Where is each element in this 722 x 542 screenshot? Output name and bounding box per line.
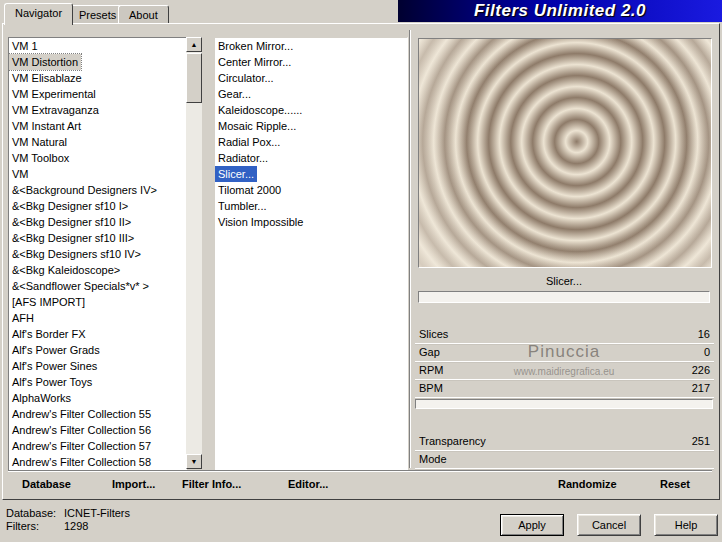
category-item[interactable]: VM Experimental — [9, 86, 99, 102]
category-item[interactable]: Alf's Border FX — [9, 326, 89, 342]
database-status-value: ICNET-Filters — [64, 507, 130, 519]
param-label: BPM — [419, 380, 443, 397]
category-item[interactable]: Andrew's Filter Collection 55 — [9, 406, 154, 422]
apply-button[interactable]: Apply — [500, 514, 564, 536]
category-item[interactable]: [AFS IMPORT] — [9, 294, 88, 310]
category-item[interactable]: VM Elisablaze — [9, 70, 85, 86]
category-item[interactable]: VM 1 — [9, 38, 41, 54]
param-value: 16 — [698, 326, 710, 343]
filters-count-label: Filters: — [6, 520, 64, 532]
preview-image[interactable] — [418, 38, 712, 268]
editor-button[interactable]: Editor... — [288, 476, 328, 492]
param-row[interactable]: BPM217 — [415, 380, 714, 398]
category-item[interactable]: &<Bkg Designer sf10 I> — [9, 198, 131, 214]
filter-item[interactable]: Circulator... — [215, 70, 277, 86]
parameter-slider[interactable] — [415, 399, 713, 409]
category-item[interactable]: AFH — [9, 310, 37, 326]
param-value: 217 — [692, 380, 710, 397]
category-item[interactable]: VM — [9, 166, 32, 182]
category-item[interactable]: &<Bkg Designer sf10 III> — [9, 230, 137, 246]
scroll-down-icon[interactable]: ▼ — [186, 454, 202, 469]
param-label: RPM — [419, 362, 443, 379]
category-item[interactable]: VM Instant Art — [9, 118, 84, 134]
database-status-label: Database: — [6, 507, 64, 519]
category-item[interactable]: Alf's Power Grads — [9, 342, 103, 358]
main-panel: VM 1VM DistortionVM ElisablazeVM Experim… — [2, 23, 720, 500]
param-label: Slices — [419, 326, 448, 343]
filter-item[interactable]: Broken Mirror... — [215, 38, 296, 54]
randomize-button[interactable]: Randomize — [558, 476, 617, 492]
param-row[interactable]: Mode — [415, 451, 714, 469]
filter-item[interactable]: Tilomat 2000 — [215, 182, 284, 198]
filters-count-value: 1298 — [64, 520, 88, 532]
filter-list[interactable]: Broken Mirror...Center Mirror...Circulat… — [214, 37, 408, 471]
category-item[interactable]: &<Sandflower Specials*v* > — [9, 278, 152, 294]
param-group-top: Slices16Gap0RPM226BPM217 — [415, 326, 714, 398]
category-item[interactable]: VM Distortion — [9, 54, 81, 70]
database-button[interactable]: Database — [22, 476, 71, 492]
filter-item[interactable]: Tumbler... — [215, 198, 270, 214]
filter-info-button[interactable]: Filter Info... — [182, 476, 241, 492]
app-title: Filters Unlimited 2.0 — [474, 1, 646, 21]
preview-progress-bar — [418, 291, 710, 303]
panel-divider — [409, 30, 411, 468]
param-label: Mode — [419, 451, 447, 468]
param-value: 251 — [692, 433, 710, 450]
category-item[interactable]: &<Background Designers IV> — [9, 182, 160, 198]
reset-button[interactable]: Reset — [660, 476, 690, 492]
scrollbar-thumb[interactable] — [186, 53, 202, 103]
filter-item[interactable]: Vision Impossible — [215, 214, 306, 230]
import-button[interactable]: Import... — [112, 476, 155, 492]
selected-filter-label: Slicer... — [418, 274, 710, 288]
filter-item[interactable]: Gear... — [215, 86, 254, 102]
category-item[interactable]: VM Extravaganza — [9, 102, 102, 118]
toolbar-separator — [8, 470, 712, 472]
category-item[interactable]: Alf's Power Toys — [9, 374, 95, 390]
filter-item[interactable]: Radiator... — [215, 150, 271, 166]
category-item[interactable]: &<Bkg Designers sf10 IV> — [9, 246, 144, 262]
scroll-up-icon[interactable]: ▲ — [186, 37, 202, 52]
category-item[interactable]: Andrew's Filter Collection 56 — [9, 422, 154, 438]
param-row[interactable]: Slices16 — [415, 326, 714, 344]
category-item[interactable]: Alf's Power Sines — [9, 358, 100, 374]
title-banner: Filters Unlimited 2.0 — [398, 0, 722, 22]
filters-unlimited-window: Navigator Presets About Filters Unlimite… — [0, 0, 722, 542]
filter-item[interactable]: Slicer... — [215, 166, 257, 182]
category-item[interactable]: &<Bkg Designer sf10 II> — [9, 214, 134, 230]
param-label: Transparency — [419, 433, 486, 450]
category-item[interactable]: AlphaWorks — [9, 390, 74, 406]
param-value: 0 — [704, 344, 710, 361]
filter-item[interactable]: Kaleidoscope...... — [215, 102, 305, 118]
filter-item[interactable]: Radial Pox... — [215, 134, 283, 150]
param-value: 226 — [692, 362, 710, 379]
category-list[interactable]: VM 1VM DistortionVM ElisablazeVM Experim… — [8, 37, 187, 471]
help-button[interactable]: Help — [654, 514, 718, 536]
param-row[interactable]: Gap0 — [415, 344, 714, 362]
filter-item[interactable]: Center Mirror... — [215, 54, 294, 70]
category-item[interactable]: VM Toolbox — [9, 150, 72, 166]
slicer-preview-render — [419, 39, 711, 267]
tab-navigator[interactable]: Navigator — [4, 3, 73, 25]
cancel-button[interactable]: Cancel — [577, 514, 641, 536]
param-label: Gap — [419, 344, 440, 361]
param-row[interactable]: Transparency251 — [415, 433, 714, 451]
filter-item[interactable]: Mosaic Ripple... — [215, 118, 299, 134]
param-group-bottom: Transparency251Mode — [415, 433, 714, 469]
tab-about[interactable]: About — [118, 5, 169, 24]
category-scrollbar[interactable]: ▲ ▼ — [186, 37, 202, 469]
category-item[interactable]: &<Bkg Kaleidoscope> — [9, 262, 123, 278]
param-row[interactable]: RPM226 — [415, 362, 714, 380]
category-item[interactable]: Andrew's Filter Collection 58 — [9, 454, 154, 470]
category-item[interactable]: VM Natural — [9, 134, 70, 150]
category-item[interactable]: Andrew's Filter Collection 57 — [9, 438, 154, 454]
